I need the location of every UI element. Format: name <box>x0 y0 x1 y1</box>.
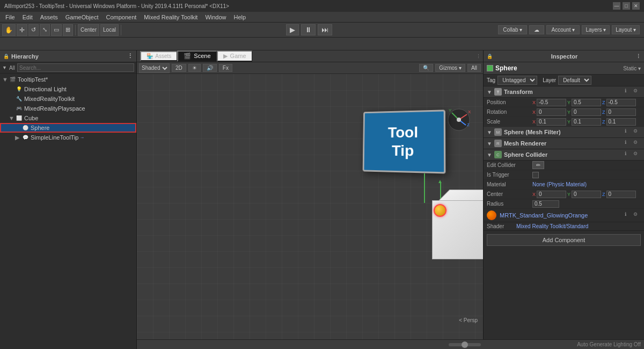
rot-z-input[interactable]: 0 <box>606 108 636 116</box>
play-button[interactable]: ▶ <box>286 24 299 35</box>
scale-y-input[interactable]: 0.1 <box>572 118 601 126</box>
pos-x-input[interactable]: -0.5 <box>537 99 566 106</box>
inspector-more-btn[interactable]: ⋮ <box>636 54 641 59</box>
center-y-input[interactable]: 0 <box>572 191 601 198</box>
edit-collider-btn[interactable]: ✏ <box>532 161 544 169</box>
inspector-static-label[interactable]: Static ▾ <box>623 66 641 71</box>
coord-mode-button[interactable]: Local <box>100 24 119 36</box>
brightness-slider[interactable] <box>449 343 481 346</box>
shading-dropdown[interactable]: Shaded <box>139 63 170 73</box>
search-scene-btn[interactable]: 🔍 <box>419 64 433 72</box>
scale-x-input[interactable]: 0.1 <box>537 118 566 126</box>
pause-button[interactable]: ⏸ <box>301 24 316 35</box>
hierarchy-item-sphere[interactable]: ⚪ Sphere <box>0 123 136 133</box>
mesh-renderer-header[interactable]: ▼ R Mesh Renderer ℹ⚙ <box>484 138 644 149</box>
meshrenderer-settings[interactable]: ⚙ <box>633 140 641 147</box>
transform-component-header[interactable]: ▼ T Transform ℹ ⚙ <box>484 86 644 98</box>
material-prop-row: Material None (Physic Material) <box>484 180 644 190</box>
menu-mixed-reality-toolkit[interactable]: Mixed Reality Toolkit <box>141 13 201 21</box>
tag-dropdown[interactable]: Untagged <box>497 76 537 85</box>
2d-mode-btn[interactable]: 2D <box>172 64 186 72</box>
tooltip-text: ToolTip <box>387 123 418 160</box>
tool-scale[interactable]: ⤡ <box>40 24 50 36</box>
axis-gizmo: X Y Z <box>445 106 472 133</box>
menu-window[interactable]: Window <box>202 13 229 21</box>
add-component-button[interactable]: Add Component <box>487 234 641 246</box>
inspector-lock-icon[interactable]: 🔒 <box>487 54 493 59</box>
tab-asset-store[interactable]: 🏪 Assets <box>140 51 177 61</box>
hierarchy-create-icon[interactable]: ▼ <box>2 65 7 70</box>
collider-info[interactable]: ℹ <box>625 151 632 158</box>
is-trigger-checkbox[interactable] <box>532 172 539 178</box>
scene-viewport[interactable]: X Y Z < Persp ToolTip <box>137 74 483 339</box>
menu-assets[interactable]: Assets <box>37 13 61 21</box>
pos-x-axis: X <box>532 100 536 105</box>
hierarchy-item-tooltiptest[interactable]: ▼ 🎬 TooltipTest* <box>0 75 136 84</box>
tool-multi[interactable]: ⊞ <box>63 24 73 36</box>
hierarchy-item-tooltip[interactable]: ▶ 💬 SimpleLineToolTip → <box>0 133 136 142</box>
pivot-mode-button[interactable]: Center <box>78 24 99 36</box>
hierarchy-item-cube[interactable]: ▼ ⬜ Cube <box>0 113 136 123</box>
meshfilter-info[interactable]: ℹ <box>625 128 632 136</box>
collider-center-label: Center <box>487 191 532 197</box>
step-button[interactable]: ⏭ <box>318 24 332 35</box>
transform-info-icon[interactable]: ℹ <box>625 88 632 96</box>
hierarchy-search[interactable] <box>17 63 134 72</box>
layer-dropdown[interactable]: Default <box>558 76 591 85</box>
material-settings[interactable]: ⚙ <box>633 212 641 219</box>
center-y-axis: Y <box>567 192 570 197</box>
arrow-tooltip: ▶ <box>15 134 21 141</box>
hierarchy-lock-icon[interactable]: 🔒 <box>3 54 9 59</box>
audio-btn[interactable]: 🔊 <box>203 64 217 72</box>
center-z-input[interactable]: 0 <box>606 191 636 198</box>
hierarchy-item-mrtk[interactable]: 🔧 MixedRealityToolkit <box>0 94 136 104</box>
scene-panel-more[interactable]: ⋮ <box>474 54 483 59</box>
hierarchy-more-btn[interactable]: ⋮ <box>127 53 133 60</box>
collab-button[interactable]: Collab ▾ <box>498 25 527 34</box>
material-info[interactable]: ℹ <box>625 212 632 219</box>
mesh-filter-header[interactable]: ▼ M Sphere (Mesh Filter) ℹ⚙ <box>484 127 644 138</box>
center-x-input[interactable]: 0 <box>537 191 566 198</box>
radius-input[interactable]: 0.5 <box>532 200 559 208</box>
sphere-collider-header[interactable]: ▼ C Sphere Collider ℹ⚙ <box>484 149 644 161</box>
material-name[interactable]: MRTK_Standard_GlowingOrange <box>500 212 588 219</box>
meshrenderer-info[interactable]: ℹ <box>625 140 632 147</box>
menu-help[interactable]: Help <box>231 13 250 21</box>
pos-z-input[interactable]: -0.5 <box>606 99 636 106</box>
shader-row: Shader Mixed Reality Toolkit/Standard <box>484 222 644 231</box>
hierarchy-item-directionallight[interactable]: 💡 Directional Light <box>0 84 136 94</box>
collider-settings[interactable]: ⚙ <box>633 151 641 158</box>
transform-settings-icon[interactable]: ⚙ <box>633 88 641 96</box>
tool-move[interactable]: ✛ <box>17 24 27 36</box>
tool-rotate[interactable]: ↺ <box>28 24 39 36</box>
inspector-active-checkbox[interactable] <box>487 65 493 71</box>
maximize-button[interactable]: □ <box>623 2 630 10</box>
menu-gameobject[interactable]: GameObject <box>62 13 102 21</box>
layers-button[interactable]: Layers ▾ <box>582 25 610 34</box>
tab-game[interactable]: ▶ Game <box>217 50 252 62</box>
center-z-axis: Z <box>602 192 605 197</box>
scale-z-input[interactable]: 0.1 <box>606 118 636 126</box>
meshfilter-settings[interactable]: ⚙ <box>633 128 641 136</box>
tab-scene[interactable]: 🎬 Scene <box>177 50 216 62</box>
lighting-btn[interactable]: ☀ <box>188 64 201 72</box>
rot-y-input[interactable]: 0 <box>572 108 601 116</box>
menu-file[interactable]: File <box>2 13 18 21</box>
menu-edit[interactable]: Edit <box>19 13 36 21</box>
close-button[interactable]: ✕ <box>632 2 640 10</box>
rot-x-input[interactable]: 0 <box>537 108 566 116</box>
gizmos-btn[interactable]: Gizmos ▾ <box>435 64 465 72</box>
minimize-button[interactable]: — <box>613 2 620 10</box>
tool-hand[interactable]: ✋ <box>2 24 16 36</box>
pos-y-input[interactable]: 0.5 <box>572 99 601 106</box>
window-controls[interactable]: — □ ✕ <box>613 2 640 10</box>
fx-btn[interactable]: Fx <box>219 64 232 72</box>
account-button[interactable]: Account ▾ <box>546 25 580 34</box>
hierarchy-item-mrplayspace[interactable]: 🎮 MixedRealityPlayspace <box>0 104 136 113</box>
menu-component[interactable]: Component <box>103 13 140 21</box>
layout-button[interactable]: Layout ▾ <box>612 25 640 34</box>
scale-z-axis: Z <box>602 119 605 125</box>
tool-rect[interactable]: ▭ <box>51 24 62 36</box>
cloud-button[interactable]: ☁ <box>529 25 544 34</box>
all-scene-btn[interactable]: All <box>467 64 481 72</box>
